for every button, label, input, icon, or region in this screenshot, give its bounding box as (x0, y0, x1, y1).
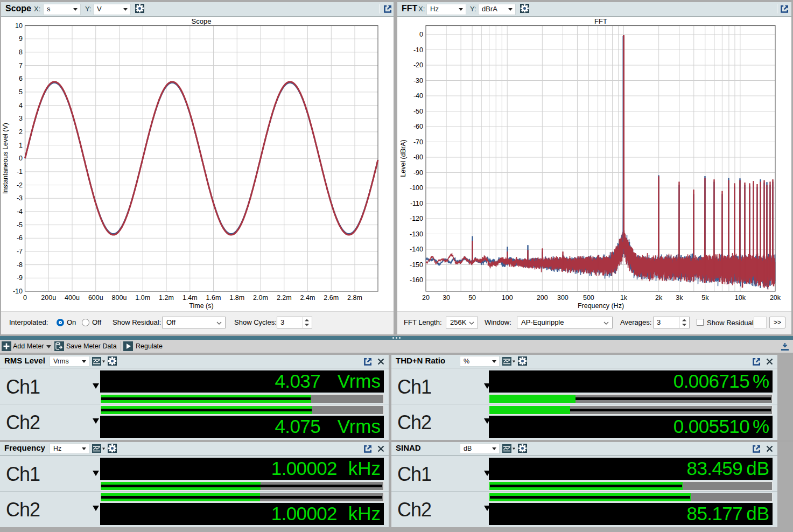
svg-text:1.0m: 1.0m (135, 294, 150, 302)
svg-text:-40: -40 (413, 92, 423, 100)
svg-text:1.6m: 1.6m (206, 294, 221, 302)
svg-text:1.8m: 1.8m (229, 294, 244, 302)
svg-text:3: 3 (19, 115, 23, 122)
svg-text:-10: -10 (13, 288, 23, 295)
svg-text:1k: 1k (620, 294, 628, 302)
svg-text:-2: -2 (17, 181, 23, 189)
svg-text:-150: -150 (410, 261, 423, 269)
svg-text:-8: -8 (17, 261, 23, 269)
svg-text:-20: -20 (413, 61, 423, 69)
svg-text:30: 30 (443, 294, 450, 302)
svg-text:-4: -4 (17, 208, 23, 215)
svg-text:20k: 20k (770, 294, 781, 302)
svg-text:6: 6 (19, 75, 23, 82)
svg-text:400u: 400u (65, 294, 80, 302)
svg-text:9: 9 (19, 35, 23, 43)
svg-text:8: 8 (19, 48, 23, 56)
svg-text:-100: -100 (410, 184, 423, 192)
svg-text:10k: 10k (735, 294, 746, 302)
svg-text:-30: -30 (413, 77, 423, 85)
svg-text:5k: 5k (701, 294, 709, 302)
svg-text:Time (s): Time (s) (189, 302, 213, 310)
svg-text:100: 100 (502, 294, 513, 302)
svg-text:-7: -7 (17, 248, 23, 255)
svg-text:2k: 2k (655, 294, 663, 302)
svg-text:200: 200 (537, 294, 548, 302)
svg-text:1: 1 (19, 142, 23, 149)
svg-text:-6: -6 (17, 234, 23, 242)
svg-text:4: 4 (19, 102, 23, 109)
svg-text:300: 300 (557, 294, 569, 302)
svg-text:0: 0 (19, 155, 23, 162)
svg-text:10: 10 (15, 22, 23, 30)
svg-text:-140: -140 (410, 246, 423, 253)
svg-text:5: 5 (19, 88, 23, 96)
svg-text:800u: 800u (112, 294, 127, 302)
svg-text:0: 0 (23, 294, 27, 302)
svg-text:-160: -160 (410, 276, 423, 284)
svg-text:0: 0 (419, 31, 423, 38)
svg-text:1.2m: 1.2m (159, 294, 174, 302)
svg-text:-80: -80 (413, 153, 423, 161)
svg-text:-1: -1 (17, 168, 23, 176)
svg-text:-9: -9 (17, 274, 23, 282)
svg-text:-3: -3 (17, 194, 23, 202)
svg-text:2.4m: 2.4m (300, 294, 315, 302)
svg-text:1.4m: 1.4m (183, 294, 198, 302)
svg-text:600u: 600u (88, 294, 103, 302)
svg-text:2.2m: 2.2m (277, 294, 292, 302)
svg-text:3k: 3k (676, 294, 683, 302)
svg-text:20: 20 (422, 294, 430, 302)
svg-text:-130: -130 (410, 230, 423, 238)
svg-text:2.0m: 2.0m (253, 294, 268, 302)
svg-text:200u: 200u (41, 294, 56, 302)
svg-text:-60: -60 (413, 123, 423, 130)
svg-text:2.8m: 2.8m (347, 294, 362, 302)
svg-text:7: 7 (19, 62, 23, 69)
svg-text:-120: -120 (410, 215, 423, 222)
svg-text:-10: -10 (413, 46, 423, 54)
svg-text:2.6m: 2.6m (324, 294, 339, 302)
svg-text:-5: -5 (17, 221, 23, 229)
svg-text:Instantaneous Level (V): Instantaneous Level (V) (2, 123, 9, 194)
svg-text:FFT: FFT (594, 17, 607, 25)
svg-text:-90: -90 (413, 169, 423, 177)
svg-text:Frequency (Hz): Frequency (Hz) (578, 302, 624, 310)
svg-text:500: 500 (583, 294, 594, 302)
svg-text:-70: -70 (413, 138, 423, 146)
svg-text:2: 2 (19, 128, 23, 136)
svg-text:Scope: Scope (192, 17, 212, 25)
svg-text:Level (dBrA): Level (dBrA) (399, 139, 407, 177)
svg-text:-110: -110 (410, 200, 423, 207)
svg-text:50: 50 (468, 294, 476, 302)
svg-text:-50: -50 (413, 108, 423, 115)
